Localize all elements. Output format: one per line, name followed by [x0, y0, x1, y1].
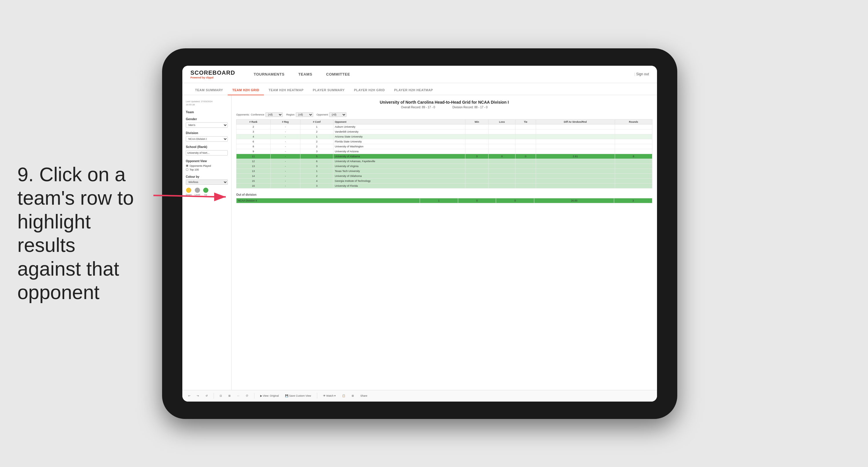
tab-team-h2h-heatmap[interactable]: TEAM H2H HEATMAP: [264, 88, 308, 95]
table-header-row: # Rank # Reg # Conf Opponent Win Loss Ti…: [237, 119, 652, 124]
division-record: Division Record: 88 - 17 - 0: [453, 106, 487, 109]
legend-level: Level: [194, 187, 200, 196]
last-updated: Last Updated: 27/03/2024 16:55:38: [186, 100, 228, 106]
col-loss: Loss: [489, 119, 516, 124]
h2h-table: # Rank # Reg # Conf Opponent Win Loss Ti…: [236, 119, 652, 188]
conference-filter: Opponents: Conference (All): [236, 112, 283, 117]
table-row[interactable]: 14-2University of Oklahoma: [237, 173, 652, 178]
grid-title: University of North Carolina Head-to-Hea…: [236, 100, 652, 105]
sign-out-button[interactable]: Sign out: [634, 72, 649, 76]
records-row: Overall Record: 89 - 17 - 0 Division Rec…: [236, 106, 652, 109]
team-label: Team: [186, 110, 228, 114]
clipboard-btn[interactable]: 📋: [340, 393, 347, 398]
opponent-select[interactable]: (All): [329, 112, 346, 117]
out-of-division-table: NCAA Division II10026.003: [236, 198, 652, 203]
colour-by-select[interactable]: Win/loss: [186, 179, 228, 185]
legend-level-circle: [195, 187, 200, 193]
table-row[interactable]: 13-3University of Virginia: [237, 164, 652, 169]
filters-row: Opponents: Conference (All) Region (All): [236, 112, 652, 117]
tab-player-summary[interactable]: PLAYER SUMMARY: [308, 88, 349, 95]
legend-up-circle: [203, 187, 208, 193]
school-value[interactable]: University of Nort...: [186, 150, 228, 155]
gender-select[interactable]: Men's: [186, 122, 228, 128]
col-reg: # Reg: [270, 119, 300, 124]
nav-committee[interactable]: COMMITTEE: [319, 66, 357, 83]
colour-section: Colour by Win/loss: [186, 175, 228, 185]
share-btn[interactable]: Share: [359, 393, 369, 398]
col-diff: Diff Av Strokes/Rnd: [536, 119, 615, 124]
table-row[interactable]: 16-3University of Florida: [237, 183, 652, 188]
out-division-row[interactable]: NCAA Division II10026.003: [237, 198, 652, 203]
logo-text: SCOREBOARD: [190, 69, 235, 76]
grid-btn[interactable]: ⊞: [227, 393, 232, 398]
school-label: School (Rank): [186, 145, 228, 148]
col-rank: # Rank: [237, 119, 271, 124]
tab-team-h2h-grid[interactable]: TEAM H2H GRID: [228, 88, 264, 95]
col-opponent: Opponent: [333, 119, 465, 124]
reset-btn[interactable]: ↺: [204, 393, 210, 398]
col-rounds: Rounds: [615, 119, 652, 124]
opponent-view-section: Opponent View Opponents Played Top 100: [186, 159, 228, 171]
zoom-btn[interactable]: ⊡: [218, 393, 224, 398]
top-nav: SCOREBOARD Powered by clippd TOURNAMENTS…: [182, 66, 657, 83]
legend-up: Up: [203, 187, 208, 196]
save-custom-btn[interactable]: 💾 Save Custom View: [283, 393, 313, 398]
annotation-text: 9. Click on a team's row to highlight re…: [18, 163, 139, 304]
bottom-toolbar: ↩ ↪ ↺ ⊡ ⊞ ··· ⏱ ▶ View: Original 💾 Save …: [182, 390, 657, 402]
table-row[interactable]: 9-3University of Arizona: [237, 149, 652, 154]
nav-teams[interactable]: TEAMS: [291, 66, 319, 83]
opponent-view-label: Opponent View: [186, 159, 228, 163]
out-of-division-title: Out of division: [236, 193, 652, 196]
grid-area: University of North Carolina Head-to-Hea…: [231, 95, 657, 390]
layout-btn[interactable]: ⊞: [350, 393, 356, 398]
tab-player-h2h-heatmap[interactable]: PLAYER H2H HEATMAP: [390, 88, 438, 95]
colour-by-label: Colour by: [186, 175, 228, 178]
opponents-played-option[interactable]: Opponents Played: [186, 165, 228, 167]
nav-items: TOURNAMENTS TEAMS COMMITTEE: [247, 66, 634, 83]
main-content: Last Updated: 27/03/2024 16:55:38 Team G…: [182, 95, 657, 390]
view-original-btn[interactable]: ▶ View: Original: [258, 393, 281, 398]
toolbar-sep-2: [254, 393, 254, 399]
tab-player-h2h-grid[interactable]: PLAYER H2H GRID: [349, 88, 390, 95]
redo-btn[interactable]: ↪: [195, 393, 201, 398]
out-of-division-section: Out of division NCAA Division II10026.00…: [236, 193, 652, 203]
table-row[interactable]: 8-2University of Washington: [237, 144, 652, 149]
opponents-played-radio[interactable]: [186, 165, 188, 167]
conference-select[interactable]: (All): [266, 112, 283, 117]
table-row[interactable]: 11-5University of Alabama3002.618: [237, 154, 652, 159]
division-select[interactable]: NCAA Division I: [186, 136, 228, 142]
nav-tournaments[interactable]: TOURNAMENTS: [247, 66, 291, 83]
gender-label: Gender: [186, 117, 228, 121]
undo-btn[interactable]: ↩: [186, 393, 192, 398]
legend-down: Down: [186, 187, 192, 196]
logo-sub: Powered by clippd: [190, 76, 235, 79]
region-select[interactable]: (All): [296, 112, 313, 117]
tablet-device: SCOREBOARD Powered by clippd TOURNAMENTS…: [162, 48, 677, 419]
legend-down-circle: [186, 187, 191, 193]
logo-brand: clippd: [206, 76, 214, 79]
watch-btn[interactable]: 👁 Watch ▾: [321, 393, 338, 398]
tab-team-summary[interactable]: TEAM SUMMARY: [190, 88, 228, 95]
toolbar-sep-1: [214, 393, 214, 399]
legend: Down Level Up: [186, 187, 228, 196]
col-win: Win: [465, 119, 488, 124]
table-row[interactable]: 12-6University of Arkansas, Fayetteville: [237, 159, 652, 164]
table-row[interactable]: 15-4Georgia Institute of Technology: [237, 178, 652, 183]
top-100-option[interactable]: Top 100: [186, 168, 228, 171]
tablet-screen: SCOREBOARD Powered by clippd TOURNAMENTS…: [182, 66, 657, 402]
timer-btn[interactable]: ⏱: [244, 393, 250, 398]
division-label: Division: [186, 131, 228, 135]
table-row[interactable]: 4-1Arizona State University: [237, 134, 652, 139]
sidebar: Last Updated: 27/03/2024 16:55:38 Team G…: [182, 95, 231, 390]
dots-btn[interactable]: ···: [235, 393, 241, 398]
table-row[interactable]: 6-2Florida State University: [237, 139, 652, 144]
table-row[interactable]: 3-2Vanderbilt University: [237, 129, 652, 134]
region-filter: Region (All): [286, 112, 313, 117]
top-100-radio[interactable]: [186, 168, 188, 171]
table-row[interactable]: 13-1Texas Tech University: [237, 169, 652, 173]
logo-area: SCOREBOARD Powered by clippd: [190, 69, 235, 79]
col-tie: Tie: [516, 119, 536, 124]
overall-record: Overall Record: 89 - 17 - 0: [401, 106, 435, 109]
sub-nav: TEAM SUMMARY TEAM H2H GRID TEAM H2H HEAT…: [182, 83, 657, 95]
table-row[interactable]: 2-1Auburn University: [237, 124, 652, 129]
